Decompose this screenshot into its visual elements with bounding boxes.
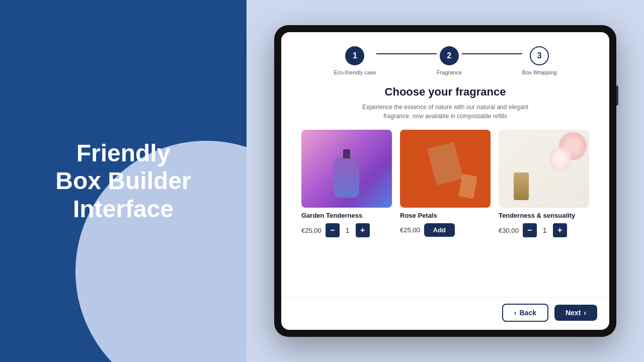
decrease-qty-3[interactable]: −	[523, 223, 537, 237]
left-title: Friendly Box Builder Interface	[35, 139, 211, 223]
right-panel: 1 Eco-friendly case 2 Fragrance 3 Box	[247, 0, 644, 362]
tablet-screen: 1 Eco-friendly case 2 Fragrance 3 Box	[281, 32, 609, 330]
tablet-device: 1 Eco-friendly case 2 Fragrance 3 Box	[274, 25, 616, 337]
back-label: Back	[520, 309, 536, 317]
product-price-3: €30,00	[499, 227, 519, 234]
step-3-number: 3	[537, 51, 542, 60]
product-card-1: Garden Tenderness €25,00 − 1 +	[301, 130, 392, 237]
product-grid: Garden Tenderness €25,00 − 1 +	[301, 130, 589, 237]
stepper: 1 Eco-friendly case 2 Fragrance 3 Box	[281, 32, 609, 80]
step-2-number: 2	[447, 51, 451, 60]
step-1-label: Eco-friendly case	[334, 69, 376, 75]
product-card-3: Tenderness & sensuality €30,00 − 1 +	[499, 130, 589, 237]
step-2-circle: 2	[440, 46, 459, 65]
product-image-1	[301, 130, 392, 208]
footer: ‹ Back Next ›	[281, 297, 609, 330]
product-name-2: Rose Petals	[400, 212, 491, 219]
page-title: Choose your fragrance	[301, 85, 589, 99]
add-button-2[interactable]: Add	[424, 223, 455, 237]
product-image-2	[400, 130, 491, 208]
product-price-1: €25,00	[301, 227, 321, 234]
increase-qty-1[interactable]: +	[356, 223, 370, 237]
qty-value-3: 1	[541, 226, 549, 234]
product-price-2: €25,00	[400, 226, 420, 234]
next-button[interactable]: Next ›	[554, 305, 597, 321]
tablet-power-button	[616, 85, 618, 106]
bottle-3	[514, 172, 529, 200]
product-image-3	[499, 130, 589, 208]
chevron-left-icon: ‹	[514, 309, 517, 317]
page-subtitle: Experience the essence of nature with ou…	[301, 103, 589, 121]
step-1-number: 1	[353, 51, 357, 60]
decrease-qty-1[interactable]: −	[326, 223, 340, 237]
step-3-label: Box Wrapping	[522, 69, 557, 75]
step-2: 2 Fragrance	[437, 46, 462, 75]
product-name-3: Tenderness & sensuality	[499, 212, 589, 219]
step-line-2	[462, 53, 522, 54]
step-line-1	[376, 53, 437, 54]
step-1-circle: 1	[345, 46, 364, 65]
main-content: Choose your fragrance Experience the ess…	[281, 80, 609, 297]
back-button[interactable]: ‹ Back	[502, 304, 548, 322]
chevron-right-icon: ›	[584, 309, 586, 317]
product-controls-3: €30,00 − 1 +	[499, 223, 589, 237]
increase-qty-3[interactable]: +	[553, 223, 567, 237]
flower-2	[549, 147, 572, 170]
qty-value-1: 1	[344, 226, 352, 234]
product-card-2: Rose Petals €25,00 Add	[400, 130, 491, 237]
product-name-1: Garden Tenderness	[301, 212, 392, 219]
product-controls-1: €25,00 − 1 +	[301, 223, 392, 237]
product-controls-2: €25,00 Add	[400, 223, 491, 237]
step-3: 3 Box Wrapping	[522, 46, 557, 75]
step-3-circle: 3	[530, 46, 549, 65]
next-label: Next	[566, 309, 581, 317]
bottle-2-small	[458, 174, 477, 199]
step-2-label: Fragrance	[437, 69, 462, 75]
step-1: 1 Eco-friendly case	[334, 46, 376, 75]
bottle-2-main	[427, 142, 464, 186]
left-panel: Friendly Box Builder Interface	[0, 0, 247, 362]
